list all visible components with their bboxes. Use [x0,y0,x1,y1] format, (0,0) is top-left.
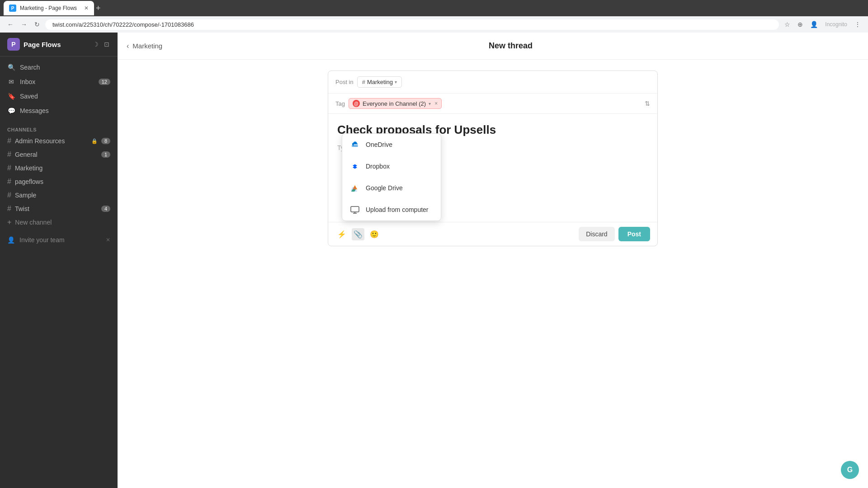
hash-icon: # [7,205,11,213]
app: P Page Flows ☽ ⊡ 🔍 Search ✉ Inbox 12 🔖 S… [0,33,868,488]
tag-row: Tag @ Everyone in Channel (2) ▾ × ⇅ [328,94,657,114]
browser-nav-icons: ☆ ⊕ 👤 Incognito ⋮ [783,19,863,30]
compose-actions: Discard Post [579,227,650,241]
nav-back-button[interactable]: ← [5,19,15,30]
sidebar-header: P Page Flows ☽ ⊡ [0,33,118,56]
tag-label: Tag [335,100,345,107]
upload-computer-label: Upload from computer [366,206,429,213]
post-in-label: Post in [335,79,354,85]
workspace-name: Page Flows [24,41,88,48]
lightning-button[interactable]: ⚡ [335,228,348,240]
messages-icon: 💬 [7,107,15,115]
sidebar-item-twist[interactable]: # Twist 4 [0,202,118,216]
sidebar-item-inbox[interactable]: ✉ Inbox 12 [0,75,118,89]
user-avatar[interactable]: G [841,461,859,479]
active-tab[interactable]: P Marketing - Page Flows ✕ [4,1,94,15]
incognito-label: Incognito [823,19,849,29]
sidebar: P Page Flows ☽ ⊡ 🔍 Search ✉ Inbox 12 🔖 S… [0,33,118,488]
svg-rect-1 [351,206,359,212]
onedrive-label: OneDrive [366,141,392,148]
back-button[interactable]: ‹ [127,42,129,50]
channel-hash-icon: # [362,79,365,85]
discard-button[interactable]: Discard [579,227,614,241]
upload-computer-option[interactable]: Upload from computer [342,199,441,221]
saved-icon: 🔖 [7,92,15,100]
extensions-icon[interactable]: ⊕ [796,19,805,30]
attachment-dropdown: OneDrive Dropbox [342,133,441,221]
sidebar-item-search[interactable]: 🔍 Search [0,60,118,75]
lock-icon: 🔒 [91,138,98,144]
tag-chip-text: Everyone in Channel (2) [363,100,426,107]
twist-badge: 4 [101,206,110,212]
workspace-icon: P [7,38,20,51]
inbox-badge: 12 [99,79,110,85]
tab-bar: P Marketing - Page Flows ✕ + [0,0,868,16]
tab-favicon: P [9,5,16,12]
google-drive-label: Google Drive [366,184,403,192]
admin-resources-badge: 8 [101,138,110,144]
everyone-icon: @ [353,100,360,107]
google-drive-option[interactable]: Google Drive [342,177,441,199]
general-badge: 1 [101,151,110,158]
compose-card: Post in # Marketing ▾ Tag @ Everyone in … [328,70,658,246]
invite-close-button[interactable]: ✕ [106,237,110,243]
layout-toggle[interactable]: ⊡ [103,40,110,49]
sidebar-item-admin-resources[interactable]: # Admin Resources 🔒 8 [0,134,118,148]
browser-chrome: P Marketing - Page Flows ✕ + ← → ↻ ☆ ⊕ 👤… [0,0,868,33]
browser-menu-icon[interactable]: ⋮ [853,19,863,30]
hash-icon: # [7,164,11,172]
invite-icon: 👤 [7,236,15,244]
sidebar-item-pageflows[interactable]: # pageflows [0,175,118,188]
address-bar[interactable] [45,19,779,30]
channel-selector-name: Marketing [367,79,393,85]
attach-icon: 📎 [354,230,363,238]
tag-chip-arrow: ▾ [429,101,431,106]
sidebar-header-icons: ☽ ⊡ [92,40,110,49]
profile-icon[interactable]: 👤 [808,19,820,30]
dark-mode-toggle[interactable]: ☽ [92,40,99,49]
sidebar-item-general[interactable]: # General 1 [0,148,118,161]
lightning-icon: ⚡ [337,230,346,238]
hash-icon: # [7,191,11,199]
dropbox-icon [349,161,360,172]
sidebar-item-messages[interactable]: 💬 Messages [0,103,118,118]
tab-title: Marketing - Page Flows [20,5,80,11]
dropbox-option[interactable]: Dropbox [342,155,441,177]
channel-selector[interactable]: # Marketing ▾ [357,76,402,88]
page-title: New thread [162,41,859,51]
nav-reload-button[interactable]: ↻ [33,19,42,30]
onedrive-icon [349,139,360,150]
breadcrumb[interactable]: Marketing [132,42,162,50]
invite-team-button[interactable]: 👤 Invite your team ✕ [0,233,118,247]
emoji-button[interactable]: 🙂 [368,228,381,240]
tag-chip[interactable]: @ Everyone in Channel (2) ▾ × [349,98,442,109]
hash-icon: # [7,150,11,159]
browser-nav-bar: ← → ↻ ☆ ⊕ 👤 Incognito ⋮ [0,16,868,33]
onedrive-option[interactable]: OneDrive [342,134,441,155]
attach-button[interactable]: 📎 [352,228,364,240]
tag-expand-button[interactable]: ⇅ [645,100,650,107]
compose-header: Post in # Marketing ▾ [328,71,657,94]
new-tab-button[interactable]: + [96,4,101,13]
compose-toolbar: ⚡ 📎 🙂 [328,222,657,246]
channel-selector-arrow: ▾ [395,80,397,84]
tab-close-button[interactable]: ✕ [84,5,89,11]
tag-chip-close-button[interactable]: × [434,100,438,107]
google-drive-icon [349,183,360,193]
sidebar-item-saved[interactable]: 🔖 Saved [0,89,118,103]
new-channel-button[interactable]: + New channel [0,216,118,229]
channels-section-heading: Channels [0,122,118,134]
dropbox-label: Dropbox [366,163,390,170]
hash-icon: # [7,178,11,186]
svg-rect-0 [352,145,358,147]
sidebar-item-marketing[interactable]: # Marketing [0,161,118,175]
hash-icon: # [7,137,11,145]
main-content: ‹ Marketing New thread Post in # Marketi… [118,33,868,488]
sidebar-item-sample[interactable]: # Sample [0,188,118,202]
search-icon: 🔍 [7,63,15,71]
sidebar-nav: 🔍 Search ✉ Inbox 12 🔖 Saved 💬 Messages [0,56,118,122]
post-button[interactable]: Post [618,227,650,241]
nav-forward-button[interactable]: → [19,19,29,30]
bookmark-icon[interactable]: ☆ [783,19,792,30]
compose-container: Post in # Marketing ▾ Tag @ Everyone in … [118,60,868,488]
